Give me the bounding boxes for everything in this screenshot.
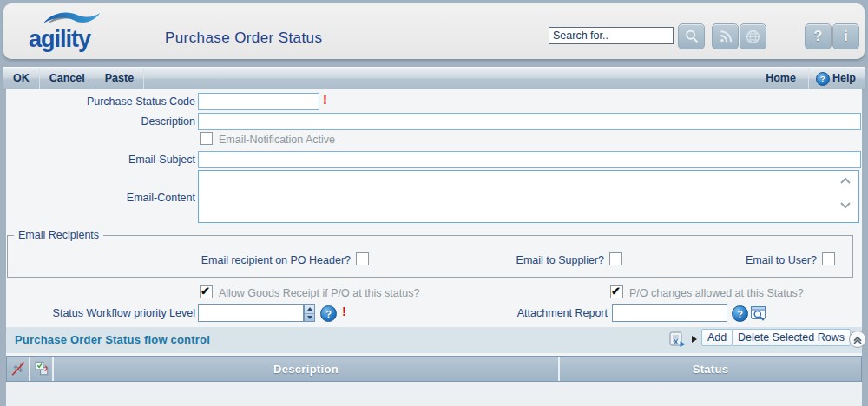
scroll-up-icon[interactable] <box>838 176 852 186</box>
agility-logo: agility <box>29 26 90 53</box>
description-label: Description <box>0 115 195 128</box>
priority-level-label: Status Workflow priority Level <box>0 307 195 319</box>
scroll-down-icon[interactable] <box>838 200 852 210</box>
email-recipients-legend: Email Recipients <box>14 229 103 241</box>
delete-selected-rows-button[interactable]: Delete Selected Rows <box>732 329 851 346</box>
email-content-textarea[interactable] <box>198 170 859 223</box>
toolbar: OK Cancel Paste Home ? Help <box>3 67 865 90</box>
app-header: agility Purchase Order Status <box>3 3 865 59</box>
add-row-button[interactable]: Add <box>701 329 733 346</box>
allow-goods-receipt-label: Allow Goods Receipt if P/O at this statu… <box>219 287 419 299</box>
info-button[interactable]: i <box>832 23 859 49</box>
grid-column-description-label: Description <box>273 363 339 376</box>
priority-spinner[interactable] <box>304 304 315 322</box>
flow-control-grid-header: Description Status <box>6 356 862 382</box>
rss-button[interactable] <box>712 23 739 49</box>
help-label: Help <box>832 68 856 89</box>
purchase-status-code-input[interactable] <box>198 93 319 110</box>
recipient-user-label: Email to User? <box>652 254 817 266</box>
allow-goods-receipt-checkbox[interactable] <box>200 285 213 298</box>
rss-icon <box>718 29 733 44</box>
recipient-po-header-checkbox[interactable] <box>356 252 369 265</box>
attachment-report-input[interactable] <box>612 304 727 322</box>
email-subject-label: Email-Subject <box>0 154 195 166</box>
home-button[interactable]: Home <box>756 68 809 89</box>
recipient-user-checkbox[interactable] <box>822 252 835 265</box>
ok-button[interactable]: OK <box>3 68 40 89</box>
recipient-supplier-checkbox[interactable] <box>609 252 622 265</box>
recipient-supplier-label: Email to Supplier? <box>431 254 604 266</box>
purchase-status-code-label: Purchase Status Code <box>0 95 195 108</box>
email-notification-checkbox[interactable] <box>200 132 213 145</box>
grid-column-status[interactable]: Status <box>560 357 861 381</box>
recipient-po-header-label: Email recipient on PO Header? <box>90 254 351 266</box>
priority-level-input[interactable] <box>198 304 304 322</box>
help-button[interactable]: ? <box>805 23 832 49</box>
page-title: Purchase Order Status <box>165 29 322 47</box>
po-changes-allowed-checkbox[interactable] <box>610 285 623 298</box>
export-icon[interactable]: X <box>668 331 687 349</box>
flow-control-bar: Purchase Order Status flow control X Add… <box>6 327 862 355</box>
attachment-report-label: Attachment Report <box>412 307 608 319</box>
search-button[interactable] <box>678 23 705 49</box>
grid-column-status-label: Status <box>693 363 729 376</box>
grid-select-all-header-cell[interactable] <box>30 357 54 381</box>
menu-caret-icon[interactable] <box>692 336 697 343</box>
paste-button[interactable]: Paste <box>95 68 144 89</box>
email-notification-label: Email-Notification Active <box>219 134 335 146</box>
help-link[interactable]: ? Help <box>809 68 859 89</box>
cancel-button[interactable]: Cancel <box>40 68 95 89</box>
svg-text:X: X <box>674 337 679 346</box>
flow-control-grid-body <box>6 382 862 406</box>
grid-sort-header-cell[interactable] <box>7 357 30 381</box>
sort-disabled-icon <box>10 360 27 377</box>
grid-column-description[interactable]: Description <box>54 357 560 381</box>
purchase-order-status-page: agility Purchase Order Status <box>0 0 868 406</box>
help-circle-icon: ? <box>816 72 830 86</box>
spinner-down-icon[interactable] <box>305 314 314 322</box>
globe-button[interactable] <box>740 23 766 49</box>
required-marker: ! <box>342 304 346 318</box>
priority-help-icon[interactable]: ? <box>320 305 337 322</box>
search-icon <box>683 28 700 45</box>
email-subject-input[interactable] <box>198 151 861 168</box>
required-marker: ! <box>323 92 327 107</box>
select-rows-icon <box>33 360 50 377</box>
collapse-section-icon[interactable] <box>848 330 867 349</box>
search-input[interactable] <box>549 27 674 44</box>
spinner-up-icon[interactable] <box>305 305 314 314</box>
attachment-help-icon[interactable]: ? <box>732 305 748 322</box>
info-icon: i <box>844 29 847 44</box>
question-icon: ? <box>814 29 823 44</box>
lookup-icon[interactable] <box>750 304 767 322</box>
po-changes-allowed-label: P/O changes allowed at this Status? <box>629 287 804 299</box>
globe-icon <box>745 29 761 45</box>
description-input[interactable] <box>198 113 861 130</box>
email-content-label: Email-Content <box>0 192 195 204</box>
flow-control-title: Purchase Order Status flow control <box>15 333 210 346</box>
